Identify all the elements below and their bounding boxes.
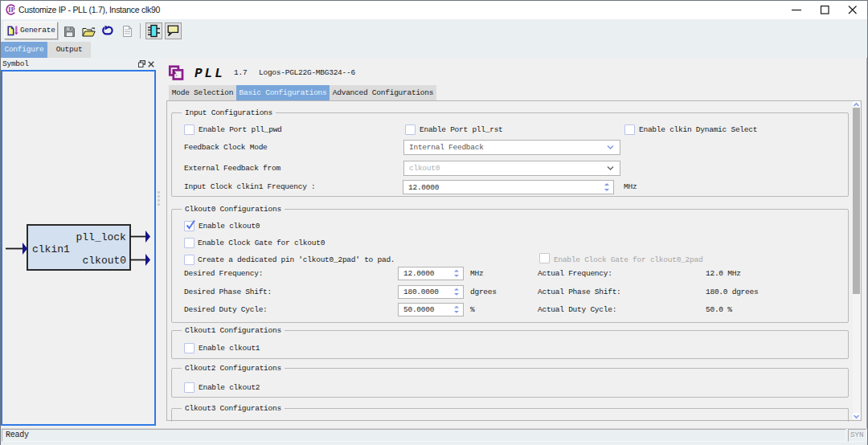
svg-text:clkout0: clkout0	[83, 255, 127, 267]
svg-text:IP: IP	[8, 6, 14, 14]
svg-text:clkin1: clkin1	[32, 243, 70, 255]
svg-text:pll_lock: pll_lock	[76, 231, 127, 243]
